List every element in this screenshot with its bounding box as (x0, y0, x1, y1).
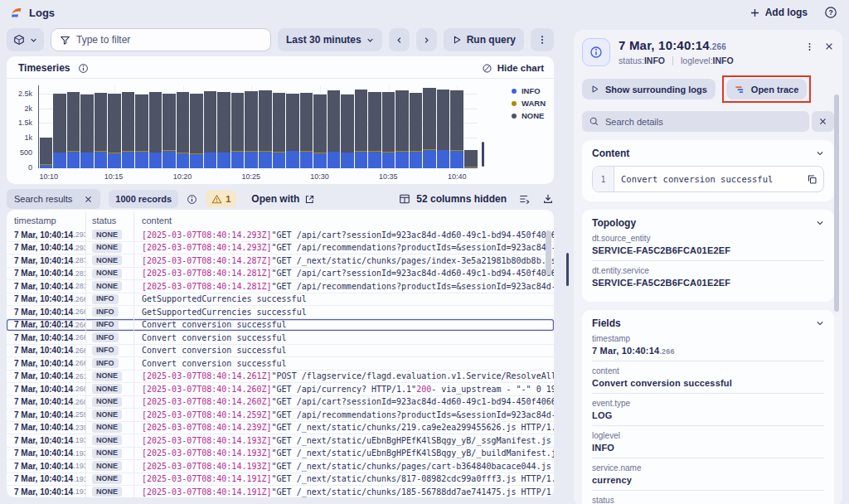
x-tick-label: 10:20 (173, 172, 192, 181)
legend-item-warn[interactable]: WARN (512, 99, 546, 108)
detail-close-icon[interactable] (824, 41, 834, 51)
download-icon[interactable] (542, 193, 554, 205)
search-details-container[interactable] (582, 111, 809, 132)
warning-badge[interactable]: 1 (206, 191, 236, 207)
chart-bar[interactable] (190, 85, 203, 168)
columns-hidden-button[interactable]: 52 columns hidden (399, 193, 507, 205)
table-row[interactable]: 7 Mar, 10:40:14.266INFOConvert conversio… (7, 345, 554, 358)
column-header-timestamp[interactable]: timestamp (7, 211, 86, 229)
fields-section-header[interactable]: Fields (592, 317, 824, 329)
legend-item-info[interactable]: INFO (512, 86, 546, 95)
legend-item-none[interactable]: NONE (512, 111, 546, 120)
chart-drag-handle[interactable] (482, 142, 484, 167)
time-next-button[interactable] (416, 28, 437, 51)
table-row[interactable]: 7 Mar, 10:40:14.260NONE[2025-03-07T08:40… (7, 396, 554, 410)
time-prev-button[interactable] (389, 28, 410, 51)
chart-bar[interactable] (67, 85, 80, 168)
add-logs-button[interactable]: Add logs (750, 7, 808, 18)
chart-bar[interactable] (53, 85, 66, 168)
chart-bar[interactable] (217, 85, 230, 168)
table-row[interactable]: 7 Mar, 10:40:14.266INFOGetSupportedCurre… (7, 293, 554, 307)
chart-bar[interactable] (135, 85, 148, 168)
time-range-button[interactable]: Last 30 minutes (278, 28, 382, 51)
status-badge: NONE (92, 474, 122, 484)
table-row[interactable]: 7 Mar, 10:40:14.193NONE[2025-03-07T08:40… (7, 434, 554, 448)
chart-bar[interactable] (382, 85, 395, 168)
chart-bar[interactable] (450, 85, 463, 168)
table-row[interactable]: 7 Mar, 10:40:14.266INFOGetSupportedCurre… (7, 306, 554, 319)
chart-bar[interactable] (149, 85, 163, 168)
chart-bar[interactable] (108, 85, 121, 168)
search-results-tab[interactable]: Search results (7, 189, 100, 209)
table-row[interactable]: 7 Mar, 10:40:14.193NONE[2025-03-07T08:40… (7, 460, 554, 473)
open-with-button[interactable]: Open with (251, 193, 315, 205)
chart-bar[interactable] (423, 85, 436, 168)
table-scrollbar[interactable] (546, 230, 551, 275)
chart-bar[interactable] (40, 85, 53, 168)
filter-input[interactable] (76, 34, 262, 46)
run-query-button[interactable]: Run query (444, 28, 524, 51)
chart-bar[interactable] (437, 85, 450, 168)
records-info-icon[interactable] (187, 194, 197, 205)
chart-bar[interactable] (122, 85, 135, 168)
query-options-kebab-icon[interactable] (531, 28, 554, 51)
chart-bar[interactable] (259, 85, 272, 168)
table-row[interactable]: 7 Mar, 10:40:14.281NONE[2025-03-07T08:40… (7, 268, 554, 281)
topology-section-header[interactable]: Topology (592, 217, 824, 229)
table-row[interactable]: 7 Mar, 10:40:14.266INFOConvert conversio… (7, 332, 554, 345)
chart-bar[interactable] (177, 85, 190, 168)
table-row-selected[interactable]: 7 Mar, 10:40:14.266INFOConvert conversio… (7, 319, 554, 332)
table-row[interactable]: 7 Mar, 10:40:14.266INFOConvert conversio… (7, 357, 554, 371)
chart-bar[interactable] (80, 85, 94, 168)
chart-bar[interactable] (410, 85, 423, 168)
chart-bar[interactable] (204, 85, 217, 168)
chart-bar[interactable] (231, 85, 245, 168)
search-details-input[interactable] (605, 117, 803, 127)
hide-chart-button[interactable]: Hide chart (482, 63, 544, 74)
panel-scrollbar[interactable] (834, 94, 839, 312)
chart-bar[interactable] (341, 85, 354, 168)
x-tick-label: 10:35 (379, 172, 398, 181)
chart-bar[interactable] (464, 85, 478, 168)
timeseries-info-icon[interactable] (78, 63, 89, 74)
chart-bar[interactable] (245, 85, 258, 168)
search-clear-button[interactable] (812, 111, 834, 132)
chart-bar[interactable] (163, 85, 176, 168)
chart-bar[interactable] (300, 85, 313, 168)
copy-icon[interactable] (800, 167, 823, 191)
scope-selector-button[interactable] (7, 28, 44, 51)
chart-bar[interactable] (313, 85, 327, 168)
chart-bar[interactable] (327, 85, 341, 168)
table-row[interactable]: 7 Mar, 10:40:14.260NONE[2025-03-07T08:40… (7, 383, 554, 396)
y-tick-label: 500 (20, 148, 32, 157)
legend-dot (512, 101, 517, 106)
chart-bar[interactable] (355, 85, 368, 168)
table-row[interactable]: 7 Mar, 10:40:14.293NONE[2025-03-07T08:40… (7, 229, 554, 242)
table-row[interactable]: 7 Mar, 10:40:14.261NONE[2025-03-07T08:40… (7, 371, 554, 384)
close-icon[interactable] (84, 195, 93, 204)
filter-input-container[interactable] (51, 28, 271, 51)
table-row[interactable]: 7 Mar, 10:40:14.191NONE[2025-03-07T08:40… (7, 473, 554, 487)
chart-bar[interactable] (395, 85, 409, 168)
help-icon[interactable]: ? (824, 6, 837, 19)
table-row[interactable]: 7 Mar, 10:40:14.293NONE[2025-03-07T08:40… (7, 242, 554, 255)
chart-bar[interactable] (273, 85, 286, 168)
column-header-status[interactable]: status (86, 211, 134, 229)
column-header-content[interactable]: content (134, 211, 554, 229)
content-section-header[interactable]: Content (592, 148, 824, 159)
panel-resize-handle[interactable] (566, 253, 569, 286)
detail-kebab-icon[interactable] (805, 41, 814, 52)
table-row[interactable]: 7 Mar, 10:40:14.259NONE[2025-03-07T08:40… (7, 409, 554, 422)
fields-section: Fields timestamp7 Mar, 10:40:14.266conte… (582, 310, 834, 504)
chart-bar[interactable] (368, 85, 381, 168)
table-row[interactable]: 7 Mar, 10:40:14.281NONE[2025-03-07T08:40… (7, 280, 554, 293)
table-row[interactable]: 7 Mar, 10:40:14.287NONE[2025-03-07T08:40… (7, 254, 554, 268)
chart-bar[interactable] (95, 85, 108, 168)
table-row[interactable]: 7 Mar, 10:40:14.191NONE[2025-03-07T08:40… (7, 486, 554, 497)
table-row[interactable]: 7 Mar, 10:40:14.193NONE[2025-03-07T08:40… (7, 448, 554, 461)
open-trace-button[interactable]: Open trace (726, 79, 807, 99)
manage-columns-icon[interactable] (518, 193, 531, 205)
chart-bar[interactable] (286, 85, 299, 168)
show-surrounding-logs-button[interactable]: Show surrounding logs (582, 79, 716, 99)
table-row[interactable]: 7 Mar, 10:40:14.239NONE[2025-03-07T08:40… (7, 422, 554, 435)
